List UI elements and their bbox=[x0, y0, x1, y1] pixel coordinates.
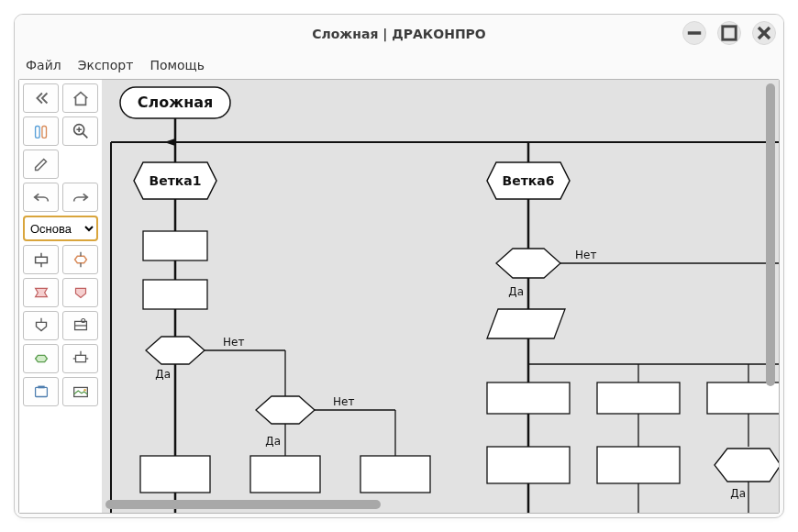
diagram-canvas[interactable]: Сложная Ветка1 bbox=[102, 80, 779, 513]
zoom-in-button[interactable] bbox=[62, 116, 98, 146]
shape-address-button[interactable] bbox=[62, 344, 98, 373]
action-box[interactable] bbox=[143, 231, 207, 260]
vscroll-thumb[interactable] bbox=[766, 83, 775, 386]
branch1-label: Ветка1 bbox=[150, 173, 202, 188]
menubar: Файл Экспорт Помощь bbox=[15, 53, 783, 77]
action-box[interactable] bbox=[360, 456, 430, 493]
svg-rect-5 bbox=[41, 127, 46, 139]
content-area: Основа bbox=[18, 79, 780, 514]
toolbar: Основа bbox=[19, 80, 102, 513]
menu-help[interactable]: Помощь bbox=[150, 58, 205, 72]
diagram-header[interactable]: Сложная bbox=[120, 87, 230, 118]
menu-file[interactable]: Файл bbox=[26, 58, 61, 72]
home-button[interactable] bbox=[62, 83, 98, 113]
action-box[interactable] bbox=[143, 280, 207, 309]
redo-button[interactable] bbox=[62, 183, 98, 212]
window-title: Сложная | ДРАКОНПРО bbox=[15, 27, 783, 41]
shape-case-button[interactable] bbox=[62, 278, 98, 307]
action-box[interactable] bbox=[597, 382, 680, 414]
svg-rect-1 bbox=[723, 27, 736, 39]
svg-rect-4 bbox=[35, 127, 39, 139]
yes-label: Да bbox=[508, 285, 524, 298]
shape-foreach-button[interactable] bbox=[23, 311, 59, 340]
action-box[interactable] bbox=[597, 447, 680, 483]
action-box[interactable] bbox=[140, 456, 210, 493]
shape-comment-button[interactable] bbox=[23, 377, 59, 406]
window-controls bbox=[682, 21, 776, 45]
vertical-scrollbar[interactable] bbox=[766, 83, 775, 496]
collapse-button[interactable] bbox=[23, 83, 59, 113]
shape-group-select[interactable]: Основа bbox=[23, 216, 98, 241]
shape-shelf-button[interactable] bbox=[62, 311, 98, 340]
yes-label: Да bbox=[155, 368, 171, 381]
branch6-node[interactable]: Ветка6 bbox=[487, 162, 570, 199]
branch1-node[interactable]: Ветка1 bbox=[134, 162, 216, 199]
no-label: Нет bbox=[575, 249, 596, 261]
no-label: Нет bbox=[333, 395, 354, 408]
yes-label: Да bbox=[265, 435, 281, 448]
shape-action-button[interactable] bbox=[23, 245, 59, 274]
action-box[interactable] bbox=[487, 382, 570, 414]
minimize-button[interactable] bbox=[682, 21, 706, 45]
shape-insertion-button[interactable] bbox=[23, 344, 59, 373]
maximize-button[interactable] bbox=[717, 21, 741, 45]
undo-button[interactable] bbox=[23, 183, 59, 212]
action-box[interactable] bbox=[487, 447, 570, 483]
horizontal-scrollbar[interactable] bbox=[105, 500, 762, 509]
canvas-area[interactable]: Сложная Ветка1 bbox=[102, 80, 779, 513]
yes-label: Да bbox=[730, 487, 746, 500]
diagram-header-text: Сложная bbox=[138, 94, 214, 111]
branch6-label: Ветка6 bbox=[503, 173, 555, 188]
titlebar: Сложная | ДРАКОНПРО bbox=[15, 15, 783, 53]
shape-image-button[interactable] bbox=[62, 377, 98, 406]
question-node[interactable] bbox=[146, 337, 205, 364]
shape-select-button[interactable] bbox=[23, 278, 59, 307]
question-node[interactable] bbox=[496, 249, 560, 278]
svg-rect-24 bbox=[38, 386, 44, 389]
edit-pencil-button[interactable] bbox=[23, 150, 59, 179]
no-label: Нет bbox=[223, 336, 244, 349]
menu-export[interactable]: Экспорт bbox=[78, 58, 134, 72]
close-button[interactable] bbox=[752, 21, 776, 45]
svg-marker-30 bbox=[164, 139, 175, 146]
svg-rect-10 bbox=[35, 257, 47, 262]
question-node[interactable] bbox=[256, 396, 315, 424]
app-window: Сложная | ДРАКОНПРО Файл Экспорт Помощь bbox=[14, 14, 784, 518]
svg-rect-19 bbox=[75, 355, 85, 361]
hscroll-thumb[interactable] bbox=[105, 500, 381, 509]
svg-rect-23 bbox=[35, 387, 47, 396]
toolbox-button[interactable] bbox=[23, 116, 59, 146]
action-box[interactable] bbox=[250, 456, 320, 493]
shape-question-button[interactable] bbox=[62, 245, 98, 274]
svg-line-7 bbox=[83, 133, 87, 138]
io-node[interactable] bbox=[487, 309, 565, 338]
svg-point-26 bbox=[83, 389, 85, 391]
